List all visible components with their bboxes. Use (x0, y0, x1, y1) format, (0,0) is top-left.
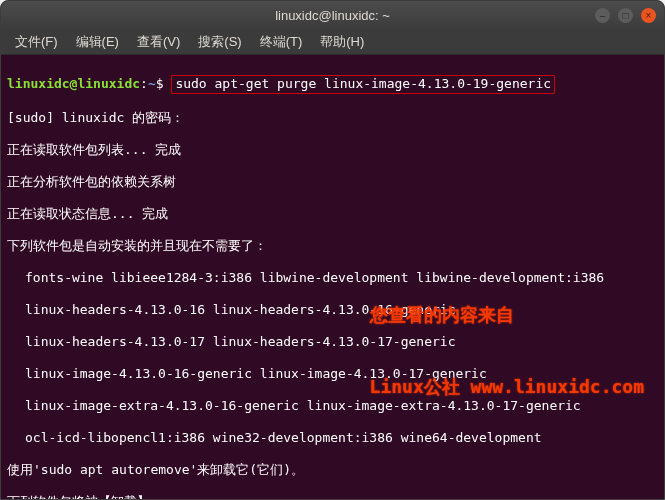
term-line: linux-headers-4.13.0-17 linux-headers-4.… (7, 334, 658, 350)
prompt-userhost: linuxidc@linuxidc (7, 76, 140, 91)
prompt-colon: : (140, 76, 148, 91)
menu-search[interactable]: 搜索(S) (190, 30, 249, 54)
prompt-path: ~ (148, 76, 156, 91)
terminal-output[interactable]: linuxidc@linuxidc:~$ sudo apt-get purge … (1, 55, 664, 499)
minimize-button[interactable]: – (595, 8, 610, 23)
menu-view[interactable]: 查看(V) (129, 30, 188, 54)
menu-help[interactable]: 帮助(H) (312, 30, 372, 54)
term-line: 下列软件包是自动安装的并且现在不需要了： (7, 238, 658, 254)
term-line: linux-headers-4.13.0-16 linux-headers-4.… (7, 302, 658, 318)
window-title: linuxidc@linuxidc: ~ (9, 8, 656, 23)
term-line: 使用'sudo apt autoremove'来卸载它(它们)。 (7, 462, 658, 478)
titlebar: linuxidc@linuxidc: ~ – □ × (1, 1, 664, 29)
close-button[interactable]: × (641, 8, 656, 23)
prompt-dollar: $ (156, 76, 164, 91)
menu-edit[interactable]: 编辑(E) (68, 30, 127, 54)
term-line: 下列软件包将被【卸载】： (7, 494, 658, 500)
term-line: [sudo] linuxidc 的密码： (7, 110, 658, 126)
term-line: 正在读取状态信息... 完成 (7, 206, 658, 222)
menubar: 文件(F) 编辑(E) 查看(V) 搜索(S) 终端(T) 帮助(H) (1, 29, 664, 55)
menu-terminal[interactable]: 终端(T) (252, 30, 311, 54)
term-line: ocl-icd-libopencl1:i386 wine32-developme… (7, 430, 658, 446)
command-highlight: sudo apt-get purge linux-image-4.13.0-19… (171, 75, 555, 94)
maximize-button[interactable]: □ (618, 8, 633, 23)
menu-file[interactable]: 文件(F) (7, 30, 66, 54)
window-controls: – □ × (595, 8, 656, 23)
term-line: linux-image-extra-4.13.0-16-generic linu… (7, 398, 658, 414)
term-line: 正在分析软件包的依赖关系树 (7, 174, 658, 190)
term-line: 正在读取软件包列表... 完成 (7, 142, 658, 158)
terminal-window: linuxidc@linuxidc: ~ – □ × 文件(F) 编辑(E) 查… (0, 0, 665, 500)
term-line: linux-image-4.13.0-16-generic linux-imag… (7, 366, 658, 382)
term-line: fonts-wine libieee1284-3:i386 libwine-de… (7, 270, 658, 286)
